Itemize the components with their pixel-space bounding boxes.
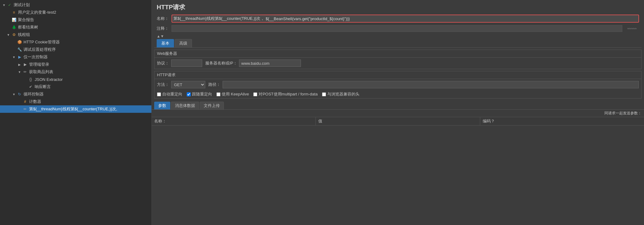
icon-counter: # xyxy=(22,99,28,104)
name-field-wrapper: 第${__threadNum}线程第${__counter(TRUE,)}次， … xyxy=(172,15,639,23)
sidebar-item-debug-postprocessor[interactable]: 🔧调试后置处理程序 xyxy=(0,46,151,53)
checkbox-browser-compat[interactable] xyxy=(322,92,326,96)
icon-once-controller: ▶ xyxy=(17,54,22,60)
table-header-row: 名称：值编码？ xyxy=(152,117,644,126)
expand-zigzag: ≈≈≈≈≈ xyxy=(625,27,639,30)
sidebar-item-user-vars[interactable]: ≡用户定义的变量-test2 xyxy=(0,9,151,16)
label-counter: 计数器 xyxy=(29,99,41,104)
checkbox-label-follow-redirect: 跟随重定向 xyxy=(192,91,212,97)
label-record: 管理端登录 xyxy=(29,62,49,67)
checkbox-multipart[interactable] xyxy=(253,92,257,96)
toggle-icon-result-tree xyxy=(6,25,11,29)
protocol-input[interactable] xyxy=(171,60,202,67)
sidebar-item-json-extractor[interactable]: {}JSON Extractor xyxy=(0,76,151,83)
name-field-extra: ${__BeanShell(vars.get("productId_${coun… xyxy=(266,16,350,21)
checkbox-item-multipart: 对POST使用multipart / form-data xyxy=(253,91,318,97)
toggle-icon-aggregate-report xyxy=(6,18,11,22)
sidebar-item-once-controller[interactable]: ▼▶仅一次控制器 xyxy=(0,53,151,61)
tab-advanced[interactable]: 高级 xyxy=(175,39,192,47)
bottom-tab-files[interactable]: 文件上传 xyxy=(200,102,224,109)
icon-thread-group: ⚙ xyxy=(11,32,17,38)
sidebar-item-record[interactable]: ▶▶管理端登录 xyxy=(0,61,151,68)
toggle-icon-user-vars xyxy=(6,10,11,15)
expand-arrow-icon: ▲▼ xyxy=(157,34,164,38)
sidebar-item-get-products[interactable]: ▼✏获取商品列表 xyxy=(0,68,151,76)
sidebar-item-http-request[interactable]: ✏第${__threadNum}线程第${__counter(TRUE,)}次, xyxy=(0,105,151,113)
sidebar-item-aggregate-report[interactable]: 📊聚合报告 xyxy=(0,16,151,24)
checkbox-label-auto-redirect: 自动重定向 xyxy=(162,91,182,97)
bottom-tab-body[interactable]: 消息体数据 xyxy=(171,102,199,109)
toggle-icon-debug-postprocessor xyxy=(12,47,16,52)
params-header: 同请求一起发送参数： xyxy=(152,110,644,117)
web-server-content: 协议： 服务器名称或IP： xyxy=(154,58,641,69)
checkbox-follow-redirect[interactable] xyxy=(187,92,191,96)
comment-row: 注释： ≈≈≈≈≈ xyxy=(152,24,644,33)
icon-aggregate-report: 📊 xyxy=(11,17,17,23)
label-get-products: 获取商品列表 xyxy=(29,69,53,75)
comment-input[interactable] xyxy=(172,25,622,32)
method-select[interactable]: GET POST PUT DELETE xyxy=(171,81,205,88)
checkbox-row: 自动重定向跟随重定向使用 KeepAlive对POST使用multipart /… xyxy=(154,90,641,98)
label-once-controller: 仅一次控制器 xyxy=(24,54,48,60)
toggle-icon-once-controller: ▼ xyxy=(12,55,16,59)
sidebar-item-result-tree[interactable]: 🌲察看结果树 xyxy=(0,24,151,31)
table-header-encode-col: 编码？ xyxy=(480,117,644,125)
sidebar-item-test-plan[interactable]: ▼✓测试计划 xyxy=(0,1,151,9)
right-panel: HTTP请求 名称： 第${__threadNum}线程第${__counter… xyxy=(152,0,644,225)
tab-basic[interactable]: 基本 xyxy=(157,39,174,47)
icon-debug-postprocessor: 🔧 xyxy=(17,47,22,52)
checkbox-label-browser-compat: 与浏览器兼容的头 xyxy=(327,91,359,97)
protocol-label: 协议： xyxy=(157,60,169,66)
table-header-name-col: 名称： xyxy=(152,117,316,125)
icon-json-extractor: {} xyxy=(28,77,33,82)
toggle-icon-record: ▶ xyxy=(17,62,22,67)
method-label: 方法： xyxy=(157,82,169,87)
sidebar-item-assert[interactable]: ✔响应断言 xyxy=(0,83,151,90)
toggle-icon-loop-controller: ▼ xyxy=(12,92,16,96)
path-group: 路径： xyxy=(208,81,639,88)
label-cookie-manager: HTTP Cookie管理器 xyxy=(24,39,60,45)
sidebar-item-cookie-manager[interactable]: 🍪HTTP Cookie管理器 xyxy=(0,38,151,46)
bottom-tab-params[interactable]: 参数 xyxy=(154,102,170,109)
icon-loop-controller: ↻ xyxy=(17,91,22,97)
label-thread-group: 线程组 xyxy=(18,32,30,38)
toggle-icon-json-extractor xyxy=(23,77,27,82)
label-debug-postprocessor: 调试后置处理程序 xyxy=(24,47,56,52)
name-label: 名称： xyxy=(157,16,169,21)
http-request-title: HTTP请求 xyxy=(154,71,641,79)
icon-result-tree: 🌲 xyxy=(11,24,17,30)
icon-http-request: ✏ xyxy=(22,106,28,112)
toggle-icon-thread-group: ▼ xyxy=(6,33,11,37)
checkbox-auto-redirect[interactable] xyxy=(157,92,161,96)
label-json-extractor: JSON Extractor xyxy=(35,77,63,82)
comment-label: 注释： xyxy=(157,26,169,31)
http-request-section: HTTP请求 方法： GET POST PUT DELETE 路径： 自动重定向… xyxy=(154,71,642,99)
name-field-text: 第${__threadNum}线程第${__counter(TRUE,)}次， xyxy=(173,16,264,21)
sidebar-item-counter[interactable]: #计数器 xyxy=(0,98,151,105)
icon-test-plan: ✓ xyxy=(7,2,12,8)
bottom-tabs-row: 参数消息体数据文件上传 xyxy=(152,100,644,110)
sidebar-item-loop-controller[interactable]: ▼↻循环控制器 xyxy=(0,90,151,98)
checkbox-item-follow-redirect: 跟随重定向 xyxy=(187,91,212,97)
checkbox-keepalive[interactable] xyxy=(216,92,220,96)
sidebar-item-thread-group[interactable]: ▼⚙线程组 xyxy=(0,31,151,38)
label-loop-controller: 循环控制器 xyxy=(24,91,44,97)
label-result-tree: 察看结果树 xyxy=(18,24,38,30)
label-user-vars: 用户定义的变量-test2 xyxy=(18,10,56,15)
toggle-icon-test-plan: ▼ xyxy=(2,3,6,7)
label-test-plan: 测试计划 xyxy=(14,2,30,8)
icon-cookie-manager: 🍪 xyxy=(17,39,22,45)
toggle-icon-http-request xyxy=(17,107,22,111)
path-input[interactable] xyxy=(223,81,639,88)
params-info-text: 同请求一起发送参数： xyxy=(604,111,642,116)
server-input[interactable] xyxy=(239,60,301,67)
toggle-icon-counter xyxy=(17,99,22,104)
icon-record: ▶ xyxy=(22,62,28,67)
label-aggregate-report: 聚合报告 xyxy=(18,17,34,23)
checkbox-item-keepalive: 使用 KeepAlive xyxy=(216,91,249,97)
checkbox-item-auto-redirect: 自动重定向 xyxy=(157,91,182,97)
server-group: 服务器名称或IP： xyxy=(205,60,301,67)
checkbox-item-browser-compat: 与浏览器兼容的头 xyxy=(322,91,359,97)
expand-arrow-row: ▲▼ xyxy=(152,33,644,39)
method-group: 方法： GET POST PUT DELETE xyxy=(157,81,205,88)
